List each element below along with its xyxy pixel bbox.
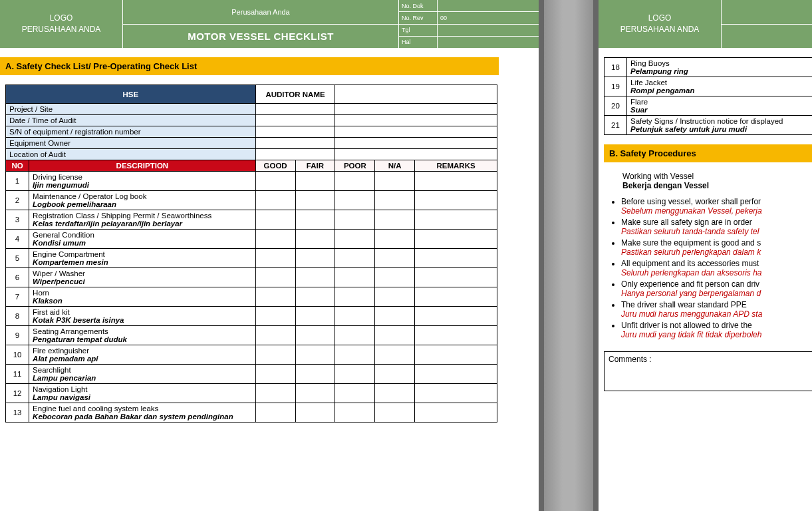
doc-title-p2: MOTOR — [722, 25, 812, 49]
cell-poor[interactable] — [335, 287, 375, 307]
cell-good[interactable] — [255, 384, 295, 403]
cell-fair[interactable] — [295, 326, 335, 345]
cell-fair[interactable] — [295, 172, 335, 191]
cell-poor[interactable] — [335, 230, 375, 249]
company-name-p2 — [722, 0, 812, 25]
cell-poor[interactable] — [335, 210, 375, 230]
cell-fair[interactable] — [295, 384, 335, 403]
row-desc: General ConditionKondisi umum — [29, 230, 256, 249]
row-no: 12 — [6, 384, 29, 403]
cell-poor[interactable] — [335, 384, 375, 403]
info-project: Project / Site — [6, 104, 256, 115]
cell-good[interactable] — [255, 249, 295, 268]
cell-remarks[interactable] — [415, 268, 497, 287]
hse-header: HSE — [6, 85, 256, 104]
info-location: Location of Audit — [6, 149, 256, 160]
row-desc: Engine CompartmentKompartemen mesin — [29, 249, 256, 268]
col-good: GOOD — [255, 160, 295, 172]
cell-poor[interactable] — [335, 326, 375, 345]
cell-good[interactable] — [255, 287, 295, 307]
cell-remarks[interactable] — [415, 210, 497, 230]
cell-poor[interactable] — [335, 403, 375, 423]
info-owner-val[interactable] — [255, 138, 335, 149]
row-desc: FlareSuar — [627, 96, 813, 116]
cell-good[interactable] — [255, 403, 295, 423]
logo-box-p2: LOGO PERUSAHAAN ANDA — [599, 0, 722, 48]
cell-good[interactable] — [255, 268, 295, 287]
cell-fair[interactable] — [295, 230, 335, 249]
row-no: 5 — [6, 249, 29, 268]
cell-fair[interactable] — [295, 403, 335, 423]
cell-na[interactable] — [375, 230, 415, 249]
cell-na[interactable] — [375, 268, 415, 287]
cell-remarks[interactable] — [415, 287, 497, 307]
cell-fair[interactable] — [295, 345, 335, 365]
cell-good[interactable] — [255, 307, 295, 326]
cell-remarks[interactable] — [415, 191, 497, 210]
cell-good[interactable] — [255, 326, 295, 345]
row-no: 20 — [605, 96, 627, 116]
cell-na[interactable] — [375, 287, 415, 307]
cell-na[interactable] — [375, 384, 415, 403]
info-sn-val[interactable] — [255, 126, 335, 138]
row-desc: Seating ArrangementsPengaturan tempat du… — [29, 326, 256, 345]
cell-remarks[interactable] — [415, 384, 497, 403]
cell-remarks[interactable] — [415, 249, 497, 268]
cell-remarks[interactable] — [415, 326, 497, 345]
info-project-val[interactable] — [255, 104, 335, 115]
row-no: 21 — [605, 116, 627, 135]
procedures-body: Working with Vessel Bekerja dengan Vesse… — [599, 172, 812, 339]
cell-na[interactable] — [375, 345, 415, 365]
row-no: 1 — [6, 172, 29, 191]
row-desc: Driving licenseIjin mengumudi — [29, 172, 256, 191]
cell-fair[interactable] — [295, 210, 335, 230]
cell-good[interactable] — [255, 230, 295, 249]
cell-remarks[interactable] — [415, 365, 497, 384]
cell-fair[interactable] — [295, 191, 335, 210]
cell-poor[interactable] — [335, 191, 375, 210]
cell-remarks[interactable] — [415, 307, 497, 326]
row-desc: SearchlightLampu pencarian — [29, 365, 256, 384]
cell-na[interactable] — [375, 249, 415, 268]
comments-box[interactable]: Comments : — [604, 351, 812, 391]
cell-na[interactable] — [375, 307, 415, 326]
cell-remarks[interactable] — [415, 403, 497, 423]
page-1: LOGO PERUSAHAAN ANDA Perusahaan Anda MOT… — [0, 0, 539, 511]
cell-remarks[interactable] — [415, 172, 497, 191]
cell-fair[interactable] — [295, 365, 335, 384]
cell-fair[interactable] — [295, 249, 335, 268]
checklist-row: 1Driving licenseIjin mengumudi — [6, 172, 497, 191]
cell-good[interactable] — [255, 172, 295, 191]
cell-na[interactable] — [375, 172, 415, 191]
row-desc: Maintenance / Operator Log bookLogbook p… — [29, 191, 256, 210]
cell-na[interactable] — [375, 210, 415, 230]
logo-line2: PERUSAHAAN ANDA — [22, 24, 101, 35]
checklist-row: 12Navigation LightLampu navigasi — [6, 384, 497, 403]
cell-remarks[interactable] — [415, 230, 497, 249]
cell-remarks[interactable] — [415, 345, 497, 365]
cell-poor[interactable] — [335, 268, 375, 287]
cell-poor[interactable] — [335, 172, 375, 191]
cell-na[interactable] — [375, 326, 415, 345]
row-desc: Ring BuoysPelampung ring — [627, 58, 813, 77]
auditor-name-label: AUDITOR NAME — [255, 85, 335, 104]
cell-fair[interactable] — [295, 287, 335, 307]
cell-good[interactable] — [255, 191, 295, 210]
cell-good[interactable] — [255, 210, 295, 230]
cell-na[interactable] — [375, 191, 415, 210]
cell-poor[interactable] — [335, 345, 375, 365]
info-date-val[interactable] — [255, 115, 335, 126]
cell-poor[interactable] — [335, 307, 375, 326]
info-location-val[interactable] — [255, 149, 335, 160]
cell-fair[interactable] — [295, 307, 335, 326]
cell-good[interactable] — [255, 365, 295, 384]
cell-good[interactable] — [255, 345, 295, 365]
procedure-item: Make sure the equipment is good and sPas… — [621, 238, 812, 257]
cell-poor[interactable] — [335, 365, 375, 384]
auditor-name-field[interactable] — [335, 85, 497, 104]
cell-na[interactable] — [375, 365, 415, 384]
cell-na[interactable] — [375, 403, 415, 423]
cell-poor[interactable] — [335, 249, 375, 268]
meta-no-rev-val: 00 — [438, 12, 539, 23]
cell-fair[interactable] — [295, 268, 335, 287]
